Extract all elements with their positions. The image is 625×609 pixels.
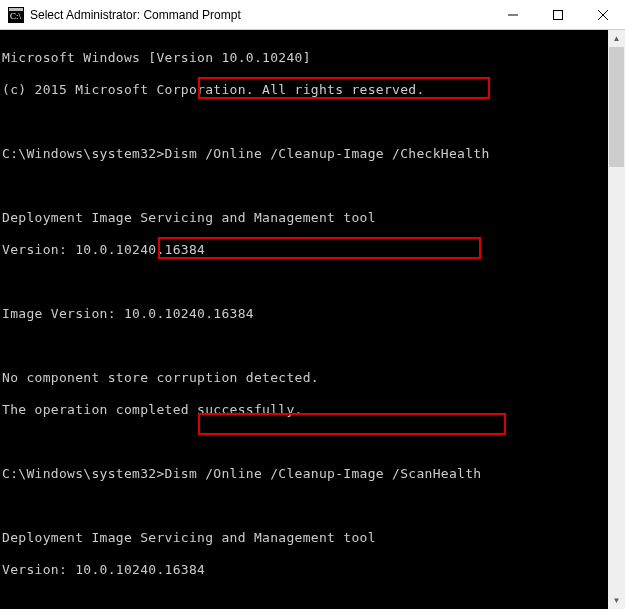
dism-version: Version: 10.0.10240.16384: [2, 242, 608, 258]
op-success: The operation completed successfully.: [2, 402, 608, 418]
minimize-button[interactable]: [490, 0, 535, 29]
no-corruption: No component store corruption detected.: [2, 370, 608, 386]
copyright-line: (c) 2015 Microsoft Corporation. All righ…: [2, 82, 608, 98]
dism-header: Deployment Image Servicing and Managemen…: [2, 210, 608, 226]
maximize-button[interactable]: [535, 0, 580, 29]
terminal-output[interactable]: Microsoft Windows [Version 10.0.10240] (…: [0, 34, 608, 609]
window-title: Select Administrator: Command Prompt: [30, 8, 490, 22]
cmd-icon: C:\: [8, 7, 24, 23]
cmd1-line: C:\Windows\system32>Dism /Online /Cleanu…: [2, 146, 608, 162]
vertical-scrollbar[interactable]: ▲ ▼: [608, 30, 625, 609]
svg-text:C:\: C:\: [10, 11, 22, 21]
window-titlebar: C:\ Select Administrator: Command Prompt: [0, 0, 625, 30]
scroll-thumb[interactable]: [609, 47, 624, 167]
cmd2-line: C:\Windows\system32>Dism /Online /Cleanu…: [2, 466, 608, 482]
os-version-line: Microsoft Windows [Version 10.0.10240]: [2, 50, 608, 66]
window-controls: [490, 0, 625, 29]
image-version: Image Version: 10.0.10240.16384: [2, 306, 608, 322]
dism-header-2: Deployment Image Servicing and Managemen…: [2, 530, 608, 546]
close-button[interactable]: [580, 0, 625, 29]
svg-rect-4: [553, 10, 562, 19]
client-area: Microsoft Windows [Version 10.0.10240] (…: [0, 30, 625, 609]
scroll-up-button[interactable]: ▲: [608, 30, 625, 47]
scroll-down-button[interactable]: ▼: [608, 592, 625, 609]
dism-version-2: Version: 10.0.10240.16384: [2, 562, 608, 578]
